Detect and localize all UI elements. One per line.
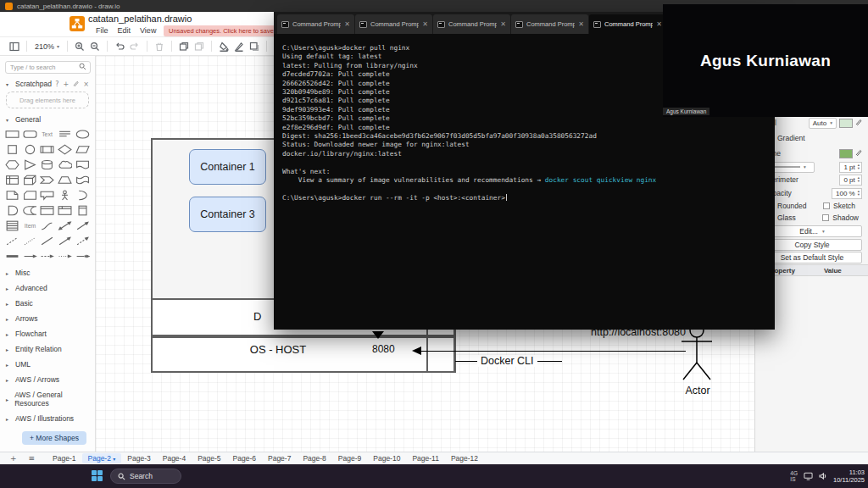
page-tab-page-10[interactable]: Page-10 xyxy=(367,453,406,463)
shape-process-icon[interactable] xyxy=(39,142,57,156)
sidebar-section-flowchart[interactable]: ▸Flowchart xyxy=(0,326,95,341)
shape-bidirectional-arrow-icon[interactable] xyxy=(56,219,74,232)
shape-directional-arrow-icon[interactable] xyxy=(56,234,74,247)
pages-menu-button[interactable]: ≡ xyxy=(29,454,36,463)
page-tab-page-2[interactable]: Page-2 ▾ xyxy=(82,453,122,463)
shape-link-icon[interactable] xyxy=(3,249,21,263)
shape-parallelogram-icon[interactable] xyxy=(74,142,92,156)
shape-document-icon[interactable] xyxy=(74,158,92,171)
system-tray[interactable]: 4G IS 11:03 10/11/2025 xyxy=(790,464,865,488)
shape-container-icon[interactable] xyxy=(39,203,57,217)
edit-fill-icon[interactable] xyxy=(855,119,862,127)
add-page-button[interactable]: + xyxy=(10,454,17,463)
fill-mode-select[interactable]: Auto▾ xyxy=(809,118,837,129)
shape-dashed-arrow-icon[interactable] xyxy=(74,234,92,247)
edit-style-button[interactable] xyxy=(231,40,247,53)
edit-style-button[interactable]: Edit...▾ xyxy=(762,225,862,237)
shape-circle-icon[interactable] xyxy=(21,142,39,156)
container3-node[interactable]: Container 3 xyxy=(189,197,266,232)
paste-button[interactable] xyxy=(192,40,207,53)
shape-square-icon[interactable] xyxy=(3,142,21,156)
scratchpad-close-icon[interactable]: × xyxy=(83,80,89,88)
set-default-style-button[interactable]: Set as Default Style xyxy=(762,252,862,263)
redo-button[interactable] xyxy=(127,40,142,53)
shadow-checkbox[interactable]: Shadow xyxy=(822,214,859,222)
scratchpad-edit-icon[interactable] xyxy=(73,80,79,88)
shape-note-icon[interactable] xyxy=(3,188,21,202)
shape-container-title-icon[interactable] xyxy=(56,203,74,217)
sidebar-section-basic[interactable]: ▸Basic xyxy=(0,296,95,311)
sidebar-section-aws-general-resources[interactable]: ▸AWS / General Resources xyxy=(0,387,95,411)
shape-internal-storage-icon[interactable] xyxy=(3,173,21,186)
page-tab-page-3[interactable]: Page-3 xyxy=(121,453,156,463)
sidebar-section-advanced[interactable]: ▸Advanced xyxy=(0,280,95,296)
shape-actor-icon[interactable] xyxy=(56,188,74,202)
page-tab-page-12[interactable]: Page-12 xyxy=(445,453,484,463)
terminal-tab-3[interactable]: Command Promp✕ xyxy=(433,14,510,34)
zoom-in-button[interactable] xyxy=(72,40,87,53)
undo-button[interactable] xyxy=(112,40,127,53)
sidebar-section-entity-relation[interactable]: ▸Entity Relation xyxy=(0,341,95,357)
page-tab-page-8[interactable]: Page-8 xyxy=(297,453,331,463)
shape-cloud-icon[interactable] xyxy=(56,158,74,171)
shape-cylinder-icon[interactable] xyxy=(39,158,57,171)
sidebar-section-arrows[interactable]: ▸Arrows xyxy=(0,311,95,326)
sidebar-section-misc[interactable]: ▸Misc xyxy=(0,265,95,280)
toggle-panel-button[interactable] xyxy=(7,40,22,53)
sidebar-section-uml[interactable]: ▸UML xyxy=(0,357,95,372)
shape-search-input[interactable] xyxy=(5,61,91,74)
page-tab-page-7[interactable]: Page-7 xyxy=(262,453,297,463)
shape-list-icon[interactable] xyxy=(3,219,21,232)
shape-horizontal-dashed-arrow-icon[interactable] xyxy=(39,249,57,263)
shape-horizontal-dotted-arrow-icon[interactable] xyxy=(56,249,74,263)
page-tab-page-9[interactable]: Page-9 xyxy=(332,453,367,463)
shape-text-icon[interactable]: Text xyxy=(39,127,57,141)
shape-curve-icon[interactable] xyxy=(39,219,57,232)
shape-card-icon[interactable] xyxy=(21,188,39,202)
shape-dotted-line-icon[interactable] xyxy=(21,234,39,247)
perimeter-stepper[interactable]: 0 pt ▴▾ xyxy=(839,175,862,186)
shape-data-storage-icon[interactable] xyxy=(21,203,39,217)
shape-dashed-line-icon[interactable] xyxy=(3,234,21,247)
edit-line-icon[interactable] xyxy=(855,149,862,158)
close-tab-icon[interactable]: ✕ xyxy=(422,20,428,28)
fill-color-swatch[interactable] xyxy=(839,119,853,128)
page-tab-page-5[interactable]: Page-5 xyxy=(192,453,226,463)
shape-line-icon[interactable] xyxy=(39,234,57,247)
shape-horizontal-arrow-icon[interactable] xyxy=(21,249,39,263)
sidebar-section-aws-illustrations[interactable]: ▸AWS / Illustrations xyxy=(0,411,95,426)
shape-cube-icon[interactable] xyxy=(21,173,39,186)
sketch-checkbox[interactable]: Sketch xyxy=(823,202,855,210)
shape-directional-connector-icon[interactable] xyxy=(74,249,92,263)
sidebar-section-aws-arrows[interactable]: ▸AWS / Arrows xyxy=(0,372,95,387)
shape-label-icon[interactable]: Item xyxy=(21,219,39,232)
page-tab-page-11[interactable]: Page-11 xyxy=(406,453,445,463)
fill-color-button[interactable] xyxy=(216,40,231,53)
shape-rectangle-icon[interactable] xyxy=(3,127,21,141)
scratchpad-add-icon[interactable]: + xyxy=(64,80,70,88)
page-tab-page-1[interactable]: Page-1 xyxy=(47,453,81,463)
terminal-tab-1[interactable]: Command Promp✕ xyxy=(277,14,354,34)
terminal-tab-2[interactable]: Command Promp✕ xyxy=(355,14,432,34)
opacity-stepper[interactable]: 100 % ▴▾ xyxy=(832,188,862,199)
section-general[interactable]: ▾ General xyxy=(0,113,95,126)
menu-edit[interactable]: Edit xyxy=(118,26,131,35)
page-tab-page-6[interactable]: Page-6 xyxy=(227,453,262,463)
menu-view[interactable]: View xyxy=(140,26,156,35)
shape-diamond-icon[interactable] xyxy=(56,142,74,156)
copy-style-button[interactable]: Copy Style xyxy=(762,239,862,251)
terminal-tab-5[interactable]: Command Promp✕ xyxy=(589,14,666,34)
scratchpad-header[interactable]: ▾ Scratchpad ? + × xyxy=(0,77,95,91)
scratchpad-dropzone[interactable]: Drag elements here xyxy=(6,92,89,108)
shape-step-icon[interactable] xyxy=(39,173,57,186)
shape-trapezoid-icon[interactable] xyxy=(56,173,74,186)
unsaved-changes-badge[interactable]: Unsaved changes. Click here to save. xyxy=(164,25,281,36)
shape-rounded-rectangle-icon[interactable] xyxy=(21,127,39,141)
duplicate-button[interactable] xyxy=(176,40,192,53)
shape-diagonal-arrow-icon[interactable] xyxy=(74,219,92,232)
line-color-swatch[interactable] xyxy=(839,149,853,158)
scratchpad-help-icon[interactable]: ? xyxy=(55,80,58,88)
close-tab-icon[interactable]: ✕ xyxy=(656,20,662,28)
taskbar-search[interactable]: Search xyxy=(110,469,181,484)
shape-tape-icon[interactable] xyxy=(74,173,92,186)
